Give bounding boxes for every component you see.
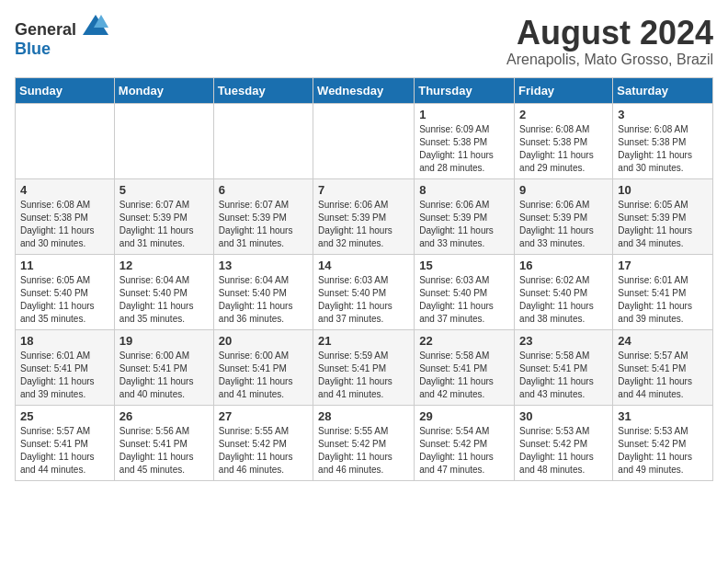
column-header-saturday: Saturday: [613, 77, 713, 103]
calendar-table: SundayMondayTuesdayWednesdayThursdayFrid…: [15, 77, 713, 481]
calendar-cell: 3Sunrise: 6:08 AMSunset: 5:38 PMDaylight…: [613, 103, 713, 178]
day-number: 3: [618, 108, 708, 121]
day-number: 19: [119, 334, 209, 348]
day-number: 2: [519, 108, 608, 121]
calendar-cell: 9Sunrise: 6:06 AMSunset: 5:39 PMDaylight…: [515, 178, 613, 254]
calendar-cell: 6Sunrise: 6:07 AMSunset: 5:39 PMDaylight…: [213, 178, 313, 254]
calendar-cell: [114, 103, 213, 178]
cell-info: Sunrise: 6:01 AMSunset: 5:41 PMDaylight:…: [618, 274, 708, 326]
calendar-cell: [16, 103, 115, 178]
cell-info: Sunrise: 6:00 AMSunset: 5:41 PMDaylight:…: [219, 350, 308, 401]
calendar-cell: 17Sunrise: 6:01 AMSunset: 5:41 PMDayligh…: [613, 254, 713, 329]
calendar-cell: 20Sunrise: 6:00 AMSunset: 5:41 PMDayligh…: [213, 329, 313, 405]
calendar-cell: 14Sunrise: 6:03 AMSunset: 5:40 PMDayligh…: [313, 254, 415, 329]
day-number: 4: [20, 183, 109, 197]
calendar-cell: 25Sunrise: 5:57 AMSunset: 5:41 PMDayligh…: [16, 405, 115, 480]
cell-info: Sunrise: 6:01 AMSunset: 5:41 PMDaylight:…: [20, 350, 109, 401]
column-header-monday: Monday: [114, 77, 213, 103]
calendar-cell: 11Sunrise: 6:05 AMSunset: 5:40 PMDayligh…: [16, 254, 115, 329]
calendar-cell: 27Sunrise: 5:55 AMSunset: 5:42 PMDayligh…: [213, 405, 313, 480]
calendar-cell: 22Sunrise: 5:58 AMSunset: 5:41 PMDayligh…: [415, 329, 515, 405]
cell-info: Sunrise: 5:53 AMSunset: 5:42 PMDaylight:…: [519, 425, 608, 477]
calendar-cell: [313, 103, 415, 178]
day-number: 31: [618, 409, 708, 423]
cell-info: Sunrise: 6:03 AMSunset: 5:40 PMDaylight:…: [419, 274, 509, 326]
cell-info: Sunrise: 5:57 AMSunset: 5:41 PMDaylight:…: [20, 425, 109, 477]
day-number: 29: [419, 409, 509, 423]
day-number: 27: [219, 409, 308, 423]
day-number: 23: [519, 334, 608, 348]
cell-info: Sunrise: 5:55 AMSunset: 5:42 PMDaylight:…: [318, 425, 409, 477]
day-number: 28: [318, 409, 409, 423]
calendar-week-row: 11Sunrise: 6:05 AMSunset: 5:40 PMDayligh…: [16, 254, 713, 329]
calendar-cell: 18Sunrise: 6:01 AMSunset: 5:41 PMDayligh…: [16, 329, 115, 405]
cell-info: Sunrise: 6:04 AMSunset: 5:40 PMDaylight:…: [219, 274, 308, 326]
column-header-sunday: Sunday: [16, 77, 115, 103]
cell-info: Sunrise: 6:08 AMSunset: 5:38 PMDaylight:…: [618, 123, 708, 175]
calendar-cell: 31Sunrise: 5:53 AMSunset: 5:42 PMDayligh…: [613, 405, 713, 480]
calendar-week-row: 4Sunrise: 6:08 AMSunset: 5:38 PMDaylight…: [16, 178, 713, 254]
calendar-cell: 26Sunrise: 5:56 AMSunset: 5:41 PMDayligh…: [114, 405, 213, 480]
logo-icon: [83, 15, 108, 35]
calendar-cell: 29Sunrise: 5:54 AMSunset: 5:42 PMDayligh…: [415, 405, 515, 480]
cell-info: Sunrise: 5:53 AMSunset: 5:42 PMDaylight:…: [618, 425, 708, 477]
calendar-cell: 12Sunrise: 6:04 AMSunset: 5:40 PMDayligh…: [114, 254, 213, 329]
day-number: 13: [219, 259, 308, 272]
cell-info: Sunrise: 6:08 AMSunset: 5:38 PMDaylight:…: [20, 199, 109, 250]
cell-info: Sunrise: 5:55 AMSunset: 5:42 PMDaylight:…: [219, 425, 308, 477]
day-number: 16: [519, 259, 608, 272]
calendar-cell: 19Sunrise: 6:00 AMSunset: 5:41 PMDayligh…: [114, 329, 213, 405]
cell-info: Sunrise: 6:05 AMSunset: 5:40 PMDaylight:…: [20, 274, 109, 326]
day-number: 6: [219, 183, 308, 197]
day-number: 12: [119, 259, 209, 272]
cell-info: Sunrise: 6:08 AMSunset: 5:38 PMDaylight:…: [519, 123, 608, 175]
day-number: 17: [618, 259, 708, 272]
day-number: 1: [419, 108, 509, 121]
column-header-wednesday: Wednesday: [313, 77, 415, 103]
cell-info: Sunrise: 6:06 AMSunset: 5:39 PMDaylight:…: [419, 199, 509, 250]
calendar-cell: 8Sunrise: 6:06 AMSunset: 5:39 PMDaylight…: [415, 178, 515, 254]
calendar-cell: 24Sunrise: 5:57 AMSunset: 5:41 PMDayligh…: [613, 329, 713, 405]
calendar-cell: 21Sunrise: 5:59 AMSunset: 5:41 PMDayligh…: [313, 329, 415, 405]
cell-info: Sunrise: 5:58 AMSunset: 5:41 PMDaylight:…: [519, 350, 608, 401]
calendar-cell: 2Sunrise: 6:08 AMSunset: 5:38 PMDaylight…: [515, 103, 613, 178]
logo: General Blue: [15, 15, 108, 59]
day-number: 11: [20, 259, 109, 272]
calendar-week-row: 25Sunrise: 5:57 AMSunset: 5:41 PMDayligh…: [16, 405, 713, 480]
cell-info: Sunrise: 6:04 AMSunset: 5:40 PMDaylight:…: [119, 274, 209, 326]
cell-info: Sunrise: 5:57 AMSunset: 5:41 PMDaylight:…: [618, 350, 708, 401]
day-number: 20: [219, 334, 308, 348]
day-number: 22: [419, 334, 509, 348]
day-number: 8: [419, 183, 509, 197]
cell-info: Sunrise: 6:07 AMSunset: 5:39 PMDaylight:…: [219, 199, 308, 250]
column-header-thursday: Thursday: [415, 77, 515, 103]
day-number: 10: [618, 183, 708, 197]
logo-blue: Blue: [15, 40, 51, 58]
day-number: 5: [119, 183, 209, 197]
cell-info: Sunrise: 5:59 AMSunset: 5:41 PMDaylight:…: [318, 350, 409, 401]
calendar-cell: 23Sunrise: 5:58 AMSunset: 5:41 PMDayligh…: [515, 329, 613, 405]
day-number: 26: [119, 409, 209, 423]
day-number: 15: [419, 259, 509, 272]
calendar-cell: 4Sunrise: 6:08 AMSunset: 5:38 PMDaylight…: [16, 178, 115, 254]
cell-info: Sunrise: 6:05 AMSunset: 5:39 PMDaylight:…: [618, 199, 708, 250]
day-number: 24: [618, 334, 708, 348]
calendar-cell: [213, 103, 313, 178]
calendar-cell: 30Sunrise: 5:53 AMSunset: 5:42 PMDayligh…: [515, 405, 613, 480]
calendar-cell: 16Sunrise: 6:02 AMSunset: 5:40 PMDayligh…: [515, 254, 613, 329]
day-number: 7: [318, 183, 409, 197]
cell-info: Sunrise: 6:02 AMSunset: 5:40 PMDaylight:…: [519, 274, 608, 326]
title-area: August 2024 Arenapolis, Mato Grosso, Bra…: [506, 15, 713, 68]
calendar-cell: 5Sunrise: 6:07 AMSunset: 5:39 PMDaylight…: [114, 178, 213, 254]
header: General Blue August 2024 Arenapolis, Mat…: [15, 15, 713, 68]
cell-info: Sunrise: 6:09 AMSunset: 5:38 PMDaylight:…: [419, 123, 509, 175]
day-number: 14: [318, 259, 409, 272]
calendar-cell: 7Sunrise: 6:06 AMSunset: 5:39 PMDaylight…: [313, 178, 415, 254]
logo-general: General: [15, 20, 76, 39]
calendar-cell: 15Sunrise: 6:03 AMSunset: 5:40 PMDayligh…: [415, 254, 515, 329]
page-subtitle: Arenapolis, Mato Grosso, Brazil: [506, 52, 713, 68]
column-header-tuesday: Tuesday: [213, 77, 313, 103]
cell-info: Sunrise: 5:58 AMSunset: 5:41 PMDaylight:…: [419, 350, 509, 401]
page-title: August 2024: [506, 15, 713, 52]
calendar-cell: 28Sunrise: 5:55 AMSunset: 5:42 PMDayligh…: [313, 405, 415, 480]
